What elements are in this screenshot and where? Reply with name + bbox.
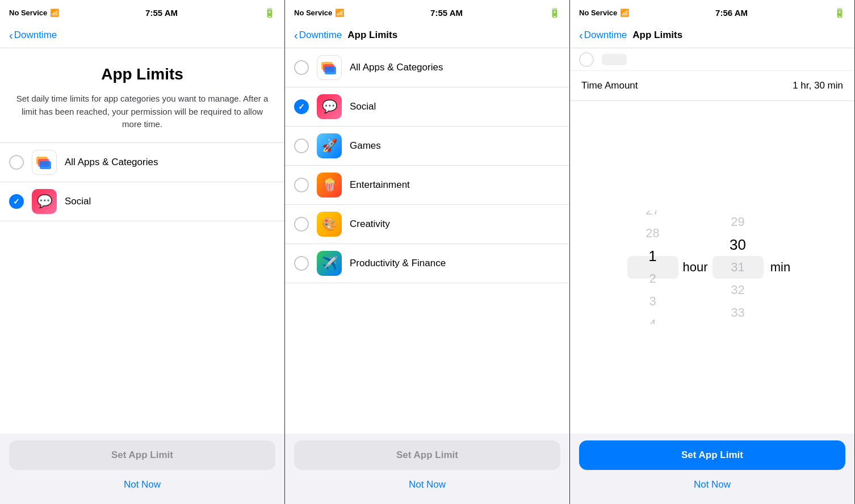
picker-item: 27 — [627, 211, 678, 222]
list-item[interactable]: 🚀 Games — [285, 127, 569, 166]
no-service-text-2: No Service — [294, 9, 332, 17]
creativity-label-2: Creativity — [350, 219, 390, 230]
not-now-button-3[interactable]: Not Now — [691, 477, 733, 493]
all-apps-label-2: All Apps & Categories — [350, 62, 443, 73]
radio-social-1[interactable]: ✓ — [9, 194, 24, 209]
entertainment-emoji-2: 🍿 — [322, 178, 337, 192]
min-label: min — [764, 256, 798, 279]
picker-item: 2 — [627, 267, 678, 290]
list-item[interactable]: 🍿 Entertainment — [285, 166, 569, 205]
creativity-icon-2: 🎨 — [317, 212, 342, 237]
status-bar-1: No Service 📶 7:55 AM 🔋 — [0, 0, 284, 25]
wifi-icon-1: 📶 — [50, 9, 59, 17]
list-item[interactable]: All Apps & Categories — [285, 48, 569, 87]
picker-item: 32 — [713, 279, 764, 301]
nav-title-2: App Limits — [347, 30, 397, 41]
truncated-radio-3 — [579, 52, 594, 67]
status-time-1: 7:55 AM — [145, 8, 178, 18]
all-apps-label-1: All Apps & Categories — [65, 157, 158, 168]
back-button-1[interactable]: ‹ Downtime — [9, 30, 57, 41]
bottom-section-3: Set App Limit Not Now — [570, 434, 854, 504]
content-1: App Limits Set daily time limits for app… — [0, 48, 284, 434]
no-service-text-3: No Service — [579, 9, 617, 17]
productivity-label-2: Productivity & Finance — [350, 258, 446, 269]
not-now-button-1[interactable]: Not Now — [121, 477, 163, 493]
battery-icon-1: 🔋 — [264, 7, 275, 18]
social-icon-1: 💬 — [32, 189, 57, 214]
list-item[interactable]: ✈️ Productivity & Finance — [285, 244, 569, 283]
intro-description: Set daily time limits for app categories… — [14, 93, 271, 131]
hours-column[interactable]: 27 28 1 2 3 4 — [627, 211, 678, 324]
picker-columns: 27 28 1 2 3 4 hour 29 30 31 — [627, 101, 798, 434]
radio-games-2[interactable] — [294, 138, 309, 153]
radio-all-apps-2[interactable] — [294, 60, 309, 75]
svg-rect-2 — [40, 161, 51, 169]
status-right-1: 🔋 — [264, 7, 275, 18]
page-title: App Limits — [14, 65, 271, 83]
category-list-2: All Apps & Categories ✓ 💬 Social 🚀 Games — [285, 48, 569, 434]
svg-rect-5 — [325, 66, 336, 74]
all-apps-icon-2 — [317, 55, 342, 80]
time-picker[interactable]: 27 28 1 2 3 4 hour 29 30 31 — [570, 101, 854, 434]
chevron-left-icon-2: ‹ — [294, 30, 298, 41]
set-app-limit-button-1[interactable]: Set App Limit — [9, 440, 275, 470]
list-item[interactable]: All Apps & Categories — [0, 143, 284, 182]
picker-item: 33 — [713, 301, 764, 324]
picker-item: 29 — [713, 211, 764, 233]
check-icon-1: ✓ — [13, 197, 20, 206]
radio-all-apps-1[interactable] — [9, 155, 24, 170]
content-3: Time Amount 1 hr, 30 min 27 28 1 2 3 4 h… — [570, 48, 854, 434]
time-amount-row[interactable]: Time Amount 1 hr, 30 min — [570, 71, 854, 101]
nav-title-3: App Limits — [632, 30, 682, 41]
min-label-col: min — [764, 211, 798, 324]
check-icon-2: ✓ — [298, 102, 305, 111]
social-label-1: Social — [65, 196, 91, 207]
list-item[interactable]: 🎨 Creativity — [285, 205, 569, 244]
all-apps-svg-2 — [319, 57, 340, 78]
chevron-left-icon-1: ‹ — [9, 30, 13, 41]
entertainment-icon-2: 🍿 — [317, 173, 342, 198]
list-item[interactable]: ✓ 💬 Social — [0, 182, 284, 221]
not-now-button-2[interactable]: Not Now — [406, 477, 448, 493]
status-right-3: 🔋 — [834, 7, 845, 18]
games-emoji-2: 🚀 — [322, 138, 337, 153]
entertainment-label-2: Entertainment — [350, 179, 410, 191]
picker-item: 31 — [713, 256, 764, 279]
list-item[interactable]: ✓ 💬 Social — [285, 87, 569, 127]
back-label-2: Downtime — [299, 30, 342, 41]
wifi-icon-3: 📶 — [620, 9, 629, 17]
radio-entertainment-2[interactable] — [294, 178, 309, 192]
status-left-3: No Service 📶 — [579, 9, 629, 17]
back-button-3[interactable]: ‹ Downtime — [579, 30, 627, 41]
set-app-limit-button-2[interactable]: Set App Limit — [294, 440, 560, 470]
radio-productivity-2[interactable] — [294, 256, 309, 271]
radio-creativity-2[interactable] — [294, 217, 309, 232]
radio-social-2[interactable]: ✓ — [294, 99, 309, 114]
bottom-section-1: Set App Limit Not Now — [0, 434, 284, 504]
status-left-1: No Service 📶 — [9, 9, 59, 17]
back-button-2[interactable]: ‹ Downtime — [294, 30, 342, 41]
social-icon-2: 💬 — [317, 94, 342, 119]
nav-bar-3: ‹ Downtime App Limits — [570, 25, 854, 48]
set-app-limit-button-3[interactable]: Set App Limit — [579, 440, 845, 470]
status-bar-3: No Service 📶 7:56 AM 🔋 — [570, 0, 854, 25]
no-service-text-1: No Service — [9, 9, 47, 17]
back-label-1: Downtime — [14, 30, 57, 41]
battery-icon-2: 🔋 — [549, 7, 560, 18]
truncated-icon-3 — [602, 54, 627, 65]
intro-section: App Limits Set daily time limits for app… — [0, 48, 284, 143]
productivity-emoji-2: ✈️ — [322, 256, 337, 271]
status-bar-2: No Service 📶 7:55 AM 🔋 — [285, 0, 569, 25]
screen-1: No Service 📶 7:55 AM 🔋 ‹ Downtime App Li… — [0, 0, 285, 504]
minutes-column[interactable]: 29 30 31 32 33 — [713, 211, 764, 324]
hour-label-col: hour — [678, 211, 713, 324]
social-emoji-1: 💬 — [37, 194, 52, 209]
games-label-2: Games — [350, 140, 381, 152]
nav-bar-2: ‹ Downtime App Limits — [285, 25, 569, 48]
screen-2: No Service 📶 7:55 AM 🔋 ‹ Downtime App Li… — [285, 0, 570, 504]
wifi-icon-2: 📶 — [335, 9, 344, 17]
creativity-emoji-2: 🎨 — [322, 217, 337, 232]
nav-bar-1: ‹ Downtime — [0, 25, 284, 48]
social-label-2: Social — [350, 101, 376, 112]
chevron-left-icon-3: ‹ — [579, 30, 583, 41]
